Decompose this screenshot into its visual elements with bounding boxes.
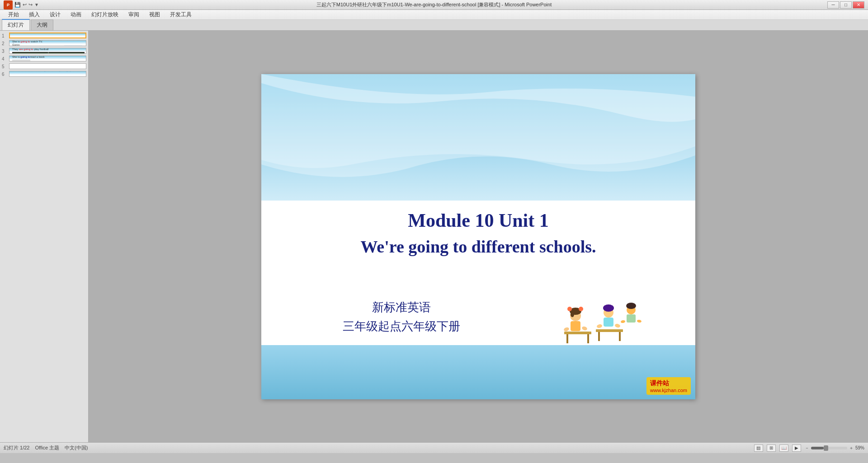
slide-number-4: 4 xyxy=(2,56,9,61)
slide-preview-1: Module 10 Unit 1 We're going to differen… xyxy=(9,33,86,38)
title-bar: P 💾 ↩ ↪ ▼ 三起六下M10U1外研社六年级下m10U1-We-are-g… xyxy=(0,0,868,10)
main-area: 1 Module 10 Unit 1 We're going to differ… xyxy=(0,31,868,442)
svg-rect-35 xyxy=(571,321,580,331)
language-indicator: 中文(中国) xyxy=(65,444,88,451)
slide-preview-2: Guess: She is going to watch TV. xyxy=(9,40,86,46)
zoom-slider[interactable] xyxy=(811,447,847,449)
svg-rect-26 xyxy=(587,334,589,343)
svg-rect-27 xyxy=(596,329,623,332)
zoom-out-btn[interactable]: － xyxy=(805,445,809,451)
thumb2-image xyxy=(64,45,82,46)
svg-rect-29 xyxy=(619,332,621,341)
slide-content: Module 10 Unit 1 We're going to differen… xyxy=(261,74,695,399)
slide-number-6: 6 xyxy=(2,71,9,77)
theme-name: Office 主题 xyxy=(35,444,59,451)
slide-number-5: 5 xyxy=(2,63,9,69)
kids-svg-image xyxy=(560,282,650,354)
svg-point-42 xyxy=(614,323,621,328)
status-left: 幻灯片 1/22 Office 主题 中文(中国) xyxy=(4,444,88,451)
window-title: 三起六下M10U1外研社六年级下m10U1-We-are-going-to-di… xyxy=(316,1,552,8)
svg-point-44 xyxy=(626,303,636,309)
watermark-title: 课件站 xyxy=(650,379,669,387)
minimize-button[interactable]: ─ xyxy=(827,1,839,9)
slide-main-area: Module 10 Unit 1 We're going to differen… xyxy=(89,31,868,442)
slide-subtitle-line1: 新标准英语 xyxy=(343,298,460,317)
quick-dropdown-btn[interactable]: ▼ xyxy=(34,2,39,7)
menu-bar: 开始 插入 设计 动画 幻灯片放映 审阅 视图 开发工具 xyxy=(0,10,868,20)
svg-rect-6 xyxy=(64,45,82,46)
slide-thumb-2[interactable]: 2 Guess: She is xyxy=(2,40,86,46)
normal-view-btn[interactable]: ▤ xyxy=(754,444,763,452)
menu-kaishi[interactable]: 开始 xyxy=(4,10,24,19)
svg-point-34 xyxy=(567,307,572,311)
zoom-control[interactable]: － ＋ 59% xyxy=(805,445,864,451)
slide-subtitle-line2: 三年级起点六年级下册 xyxy=(343,317,460,336)
tab-slides[interactable]: 幻灯片 xyxy=(2,19,30,30)
menu-kaifagongju[interactable]: 开发工具 xyxy=(165,10,196,19)
zoom-level: 59% xyxy=(855,445,864,450)
menu-donghua[interactable]: 动画 xyxy=(66,10,86,19)
slideshow-view-btn[interactable]: ▶ xyxy=(792,444,801,452)
slide-preview-6: Listen and tell us what do they talk abo… xyxy=(9,71,86,77)
restore-button[interactable]: □ xyxy=(840,1,852,9)
svg-rect-25 xyxy=(566,334,568,343)
slide-preview-5: be going to 描述将来发生的事情 xyxy=(9,63,86,69)
svg-rect-24 xyxy=(564,332,591,334)
slide-title-line2: We're going to different schools. xyxy=(261,237,695,257)
thumb2-sentence: She is going to watch TV. xyxy=(12,40,42,43)
slide-title-block: Module 10 Unit 1 We're going to differen… xyxy=(261,210,695,257)
slidesorter-view-btn[interactable]: ⊞ xyxy=(767,444,776,452)
thumb4-image xyxy=(12,60,30,61)
menu-charu[interactable]: 插入 xyxy=(24,10,44,19)
tab-outline[interactable]: 大纲 xyxy=(31,19,53,30)
quick-undo-btn[interactable]: ↩ xyxy=(23,2,27,8)
thumb4-sentence: She is going toread a book xyxy=(12,56,44,58)
svg-point-32 xyxy=(571,312,574,317)
zoom-thumb[interactable] xyxy=(824,445,828,451)
svg-point-41 xyxy=(596,323,603,328)
thumb3-image xyxy=(12,52,83,54)
tab-bar: 幻灯片 大纲 xyxy=(0,20,868,31)
status-bar: 幻灯片 1/22 Office 主题 中文(中国) ▤ ⊞ 📖 ▶ － ＋ 59… xyxy=(0,442,868,453)
svg-point-18 xyxy=(18,61,24,61)
menu-shenyue[interactable]: 审阅 xyxy=(124,10,144,19)
kids-illustration xyxy=(560,282,650,354)
slide-canvas[interactable]: Module 10 Unit 1 We're going to differen… xyxy=(261,74,695,399)
watermark: 课件站 www.kjzhan.com xyxy=(646,377,691,395)
svg-rect-40 xyxy=(604,318,613,327)
svg-point-47 xyxy=(637,319,642,323)
quick-save-btn[interactable]: 💾 xyxy=(14,2,21,8)
slide-thumb-1[interactable]: 1 Module 10 Unit 1 We're going to differ… xyxy=(2,33,86,38)
svg-point-36 xyxy=(563,327,570,332)
quick-redo-btn[interactable]: ↪ xyxy=(28,2,33,8)
slide-panel: 1 Module 10 Unit 1 We're going to differ… xyxy=(0,31,89,442)
close-button[interactable]: ✕ xyxy=(853,1,864,9)
slide-thumb-3[interactable]: 3 xyxy=(2,48,86,54)
menu-sheji[interactable]: 设计 xyxy=(45,10,65,19)
thumb3-sentence: They are going to play football xyxy=(12,48,48,51)
reading-view-btn[interactable]: 📖 xyxy=(779,444,788,452)
status-right: ▤ ⊞ 📖 ▶ － ＋ 59% xyxy=(754,444,864,452)
svg-rect-17 xyxy=(12,60,30,61)
svg-point-33 xyxy=(579,307,583,311)
svg-point-39 xyxy=(603,304,614,312)
zoom-in-btn[interactable]: ＋ xyxy=(849,445,854,451)
slide-thumb-4[interactable]: 4 She is g xyxy=(2,56,86,61)
menu-shitu[interactable]: 视图 xyxy=(145,10,165,19)
watermark-url: www.kjzhan.com xyxy=(650,388,687,393)
slide-thumb-6[interactable]: 6 Listen and tell us what do they talk a… xyxy=(2,71,86,77)
thumb2-guess: Guess: xyxy=(12,43,20,46)
slide-number-1: 1 xyxy=(2,33,9,38)
app-icon: P xyxy=(4,0,13,9)
slide-number-3: 3 xyxy=(2,48,9,54)
slide-subtitle-block: 新标准英语 三年级起点六年级下册 xyxy=(343,298,460,336)
svg-point-46 xyxy=(621,320,626,323)
svg-rect-45 xyxy=(627,314,636,323)
slide-preview-3: They are going to play football xyxy=(9,48,86,54)
menu-fangying[interactable]: 幻灯片放映 xyxy=(87,10,123,19)
thumb6-text: Listen and tell us what do they talk abo… xyxy=(12,71,83,72)
slide-number-2: 2 xyxy=(2,40,9,46)
slide-thumb-5[interactable]: 5 be going to 描述将来发生的事情 xyxy=(2,63,86,69)
title-bar-left: P 💾 ↩ ↪ ▼ xyxy=(4,0,39,9)
slide-preview-4: She is going toread a book xyxy=(9,56,86,61)
